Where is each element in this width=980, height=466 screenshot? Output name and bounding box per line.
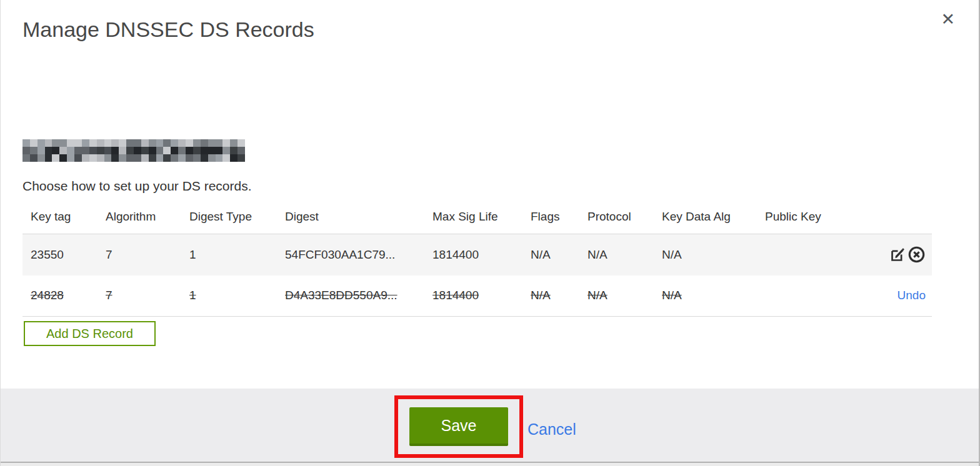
redacted-pixel xyxy=(208,147,216,154)
redacted-pixel xyxy=(208,154,216,162)
redacted-pixel xyxy=(30,147,38,154)
redacted-pixel xyxy=(156,154,164,162)
column-header: Max Sig Life xyxy=(424,206,522,234)
redacted-pixel xyxy=(238,147,245,154)
table-cell-algorithm: 7 xyxy=(106,248,112,261)
table-cell-digest: D4A33E8DD550A9... xyxy=(285,289,398,302)
delete-icon[interactable] xyxy=(908,245,926,264)
redacted-pixel xyxy=(222,154,230,162)
cancel-link[interactable]: Cancel xyxy=(528,420,576,439)
redacted-pixel xyxy=(141,154,149,162)
redacted-pixel xyxy=(111,139,119,147)
redacted-pixel xyxy=(156,139,164,147)
edit-icon[interactable] xyxy=(889,246,906,263)
column-header: Key Data Alg xyxy=(654,206,757,234)
redacted-pixel xyxy=(222,139,230,147)
redacted-pixel xyxy=(149,139,156,147)
redacted-pixel xyxy=(134,147,141,154)
annotation-red-box: Save xyxy=(394,395,523,458)
redacted-domain-name xyxy=(22,139,245,162)
redacted-pixel xyxy=(30,139,38,147)
redacted-pixel xyxy=(238,139,245,147)
redacted-pixel xyxy=(111,147,119,154)
redacted-pixel xyxy=(104,147,112,154)
save-button[interactable]: Save xyxy=(409,407,508,446)
add-ds-record-button[interactable]: Add DS Record xyxy=(24,321,156,346)
redacted-pixel xyxy=(22,154,30,162)
redacted-pixel xyxy=(126,139,134,147)
redacted-pixel xyxy=(59,154,67,162)
redacted-pixel xyxy=(104,139,112,147)
table-cell-digest-type: 1 xyxy=(189,289,196,302)
redacted-pixel xyxy=(134,154,141,162)
redacted-pixel xyxy=(186,154,193,162)
redacted-pixel xyxy=(74,139,82,147)
redacted-pixel xyxy=(67,154,74,162)
table-cell-protocol: N/A xyxy=(588,248,608,261)
column-header: Digest Type xyxy=(181,206,277,234)
redacted-pixel xyxy=(104,154,112,162)
table-cell-digest: 54FCF030AA1C79... xyxy=(285,248,395,261)
table-row: 235507154FCF030AA1C79...1814400N/AN/AN/A xyxy=(22,234,932,275)
redacted-pixel xyxy=(30,154,38,162)
undo-link[interactable]: Undo xyxy=(898,289,926,302)
redacted-pixel xyxy=(163,154,171,162)
column-header: Public Key xyxy=(757,206,842,234)
close-icon[interactable]: ✕ xyxy=(941,11,955,28)
redacted-pixel xyxy=(178,139,186,147)
redacted-pixel xyxy=(111,154,119,162)
redacted-pixel xyxy=(186,147,193,154)
redacted-pixel xyxy=(201,139,208,147)
column-header: Protocol xyxy=(579,206,654,234)
redacted-pixel xyxy=(178,154,186,162)
redacted-pixel xyxy=(45,139,52,147)
redacted-pixel xyxy=(141,139,149,147)
redacted-pixel xyxy=(126,154,134,162)
redacted-pixel xyxy=(74,147,82,154)
redacted-pixel xyxy=(119,139,126,147)
redacted-pixel xyxy=(178,147,186,154)
redacted-pixel xyxy=(216,154,223,162)
table-cell-algorithm: 7 xyxy=(106,289,112,302)
redacted-pixel xyxy=(97,139,104,147)
redacted-pixel xyxy=(238,154,245,162)
redacted-pixel xyxy=(52,147,59,154)
redacted-pixel xyxy=(119,154,126,162)
redacted-pixel xyxy=(208,139,216,147)
redacted-pixel xyxy=(216,139,223,147)
redacted-pixel xyxy=(230,154,238,162)
page-title: Manage DNSSEC DS Records xyxy=(22,17,314,42)
redacted-pixel xyxy=(22,139,30,147)
redacted-pixel xyxy=(201,154,208,162)
table-cell-key-data-alg: N/A xyxy=(662,248,682,261)
table-cell-flags: N/A xyxy=(531,289,551,302)
instruction-text: Choose how to set up your DS records. xyxy=(22,179,252,194)
redacted-pixel xyxy=(52,154,59,162)
redacted-pixel xyxy=(222,147,230,154)
ds-records-table: Key tagAlgorithmDigest TypeDigestMax Sig… xyxy=(22,206,932,317)
redacted-pixel xyxy=(45,147,52,154)
redacted-pixel xyxy=(171,139,178,147)
redacted-pixel xyxy=(45,154,52,162)
redacted-pixel xyxy=(82,147,89,154)
redacted-pixel xyxy=(201,147,208,154)
redacted-pixel xyxy=(186,139,193,147)
table-cell-key-tag: 23550 xyxy=(31,248,64,261)
redacted-pixel xyxy=(67,139,74,147)
redacted-pixel xyxy=(163,147,171,154)
modal-footer: Save Cancel xyxy=(1,389,979,462)
redacted-pixel xyxy=(89,154,97,162)
redacted-pixel xyxy=(216,147,223,154)
redacted-pixel xyxy=(67,147,74,154)
redacted-pixel xyxy=(230,147,238,154)
column-header: Algorithm xyxy=(98,206,181,234)
redacted-pixel xyxy=(38,147,45,154)
redacted-pixel xyxy=(149,147,156,154)
redacted-pixel xyxy=(230,139,238,147)
table-cell-key-tag: 24828 xyxy=(31,289,64,302)
redacted-pixel xyxy=(126,147,134,154)
table-cell-max-sig-life: 1814400 xyxy=(432,248,479,261)
redacted-pixel xyxy=(97,147,104,154)
table-cell-flags: N/A xyxy=(531,248,551,261)
redacted-pixel xyxy=(156,147,164,154)
